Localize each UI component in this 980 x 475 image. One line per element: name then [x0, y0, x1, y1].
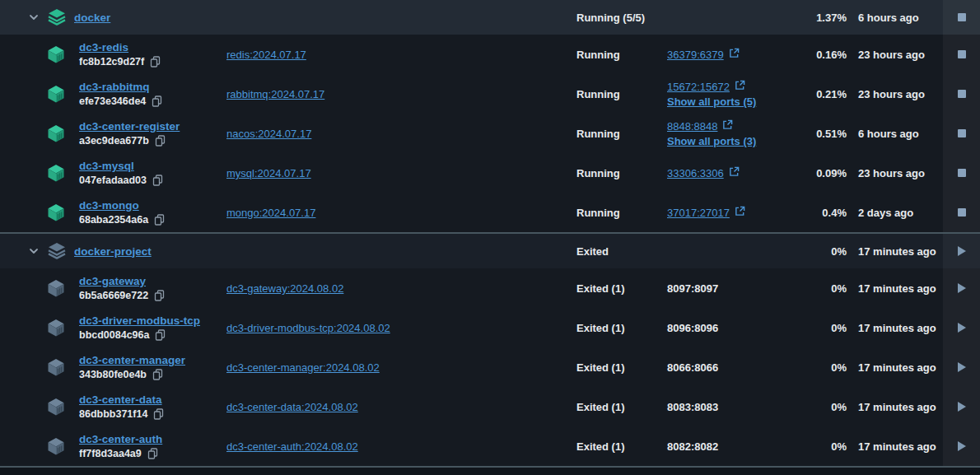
stop-icon — [958, 208, 966, 217]
group-name-link[interactable]: docker — [74, 12, 110, 24]
stop-icon — [958, 50, 966, 58]
container-action-button[interactable] — [943, 74, 980, 114]
image-link[interactable]: redis:2024.07.17 — [226, 49, 306, 61]
container-name-link[interactable]: dc3-center-register — [79, 120, 180, 133]
container-name-link[interactable]: dc3-center-auth — [79, 433, 162, 445]
copy-icon[interactable] — [147, 448, 158, 459]
container-row[interactable]: dc3-mongo 68aba2354a6a mongo:2024.07.17 … — [0, 193, 980, 232]
container-name-link[interactable]: dc3-gateway — [79, 275, 165, 287]
container-action-button[interactable] — [943, 35, 980, 74]
image-link[interactable]: nacos:2024.07.17 — [226, 128, 311, 140]
copy-icon[interactable] — [152, 175, 163, 186]
ports-cell: 8083:8083 8083:8083 — [667, 401, 791, 413]
container-row[interactable]: dc3-gateway 6b5a6669e722 dc3-gateway:202… — [0, 268, 980, 308]
image-link[interactable]: dc3-center-data:2024.08.02 — [226, 401, 358, 413]
group-status: Running (5/5) — [576, 12, 667, 24]
container-name-link[interactable]: dc3-redis — [79, 41, 161, 54]
container-cpu: 0% — [791, 361, 847, 374]
image-link[interactable]: rabbitmq:2024.07.17 — [226, 88, 324, 100]
container-name-link[interactable]: dc3-mongo — [79, 199, 165, 212]
container-status: Running — [576, 49, 667, 61]
container-name-link[interactable]: dc3-driver-modbus-tcp — [79, 314, 200, 327]
port-link[interactable]: 8848:8848 — [667, 120, 717, 133]
container-id: bbcd0084c96a — [79, 329, 149, 341]
port-link[interactable]: 15672:15672 — [667, 81, 730, 93]
container-status: Exited (1) — [576, 282, 667, 295]
group-name-link[interactable]: docker-project — [74, 245, 152, 258]
container-row[interactable]: dc3-driver-modbus-tcp bbcd0084c96a dc3-d… — [0, 308, 980, 347]
container-id: 343b80fe0e4b — [79, 369, 147, 380]
copy-icon[interactable] — [155, 329, 166, 341]
play-icon — [958, 246, 966, 256]
container-status: Exited (1) — [576, 440, 667, 453]
container-name-link[interactable]: dc3-rabbitmq — [79, 81, 162, 93]
chevron-down-icon[interactable] — [28, 12, 40, 23]
port-text: 8066:8066 — [667, 361, 718, 374]
show-all-ports-link[interactable]: Show all ports (5) — [667, 95, 791, 108]
port-link[interactable]: 37017:27017 — [667, 207, 730, 219]
port-link[interactable]: 36379:6379 — [667, 49, 724, 61]
container-status: Running — [576, 128, 667, 140]
external-link-icon — [735, 206, 745, 219]
port-link[interactable]: 33306:3306 — [667, 167, 724, 179]
image-link[interactable]: mysql:2024.07.17 — [226, 167, 311, 179]
group-action-button[interactable] — [943, 0, 980, 35]
container-name-link[interactable]: dc3-center-manager — [79, 354, 185, 366]
copy-icon[interactable] — [154, 214, 165, 226]
container-cpu: 0.16% — [791, 49, 847, 61]
container-name-link[interactable]: dc3-mysql — [79, 160, 163, 172]
copy-icon[interactable] — [154, 290, 165, 301]
container-id: 86dbbb371f14 — [79, 408, 147, 420]
image-link[interactable]: dc3-center-manager:2024.08.02 — [226, 361, 380, 374]
external-link-icon — [729, 48, 740, 61]
container-row[interactable]: dc3-mysql 047efadaad03 mysql:2024.07.17 … — [0, 153, 980, 193]
container-action-button[interactable] — [943, 193, 980, 232]
ports-cell: 8097:8097 8097:8097 — [667, 282, 791, 295]
copy-icon[interactable] — [152, 369, 163, 380]
container-cpu: 0% — [791, 440, 847, 453]
container-row[interactable]: dc3-redis fc8b12c9d27f redis:2024.07.17 … — [0, 35, 980, 74]
chevron-down-icon[interactable] — [28, 245, 40, 257]
stop-icon — [958, 129, 966, 137]
container-last-started: 2 days ago — [847, 207, 943, 219]
copy-icon[interactable] — [152, 95, 162, 107]
container-action-button[interactable] — [943, 308, 980, 347]
container-row[interactable]: dc3-center-auth ff7f8d3aa4a9 dc3-center-… — [0, 426, 980, 466]
container-action-button[interactable] — [943, 347, 980, 387]
container-row[interactable]: dc3-center-data 86dbbb371f14 dc3-center-… — [0, 387, 980, 426]
group-last-started: 6 hours ago — [847, 12, 943, 24]
compose-group-row[interactable]: docker Running (5/5) 1.37% 6 hours ago — [0, 0, 980, 35]
show-all-ports-link[interactable]: Show all ports (3) — [667, 135, 791, 147]
image-link[interactable]: dc3-center-auth:2024.08.02 — [226, 440, 358, 453]
container-action-button[interactable] — [943, 426, 980, 466]
port-text: 8083:8083 — [667, 401, 718, 413]
container-last-started: 17 minutes ago — [847, 401, 943, 413]
container-status: Running — [576, 207, 667, 219]
image-link[interactable]: dc3-driver-modbus-tcp:2024.08.02 — [226, 322, 390, 334]
container-action-button[interactable] — [943, 387, 980, 426]
compose-stack-icon — [47, 241, 67, 261]
compose-group-row[interactable]: docker-project Exited 0% 17 minutes ago — [0, 234, 980, 268]
container-cube-icon — [46, 203, 66, 222]
play-icon — [958, 402, 966, 412]
container-id: 6b5a6669e722 — [79, 290, 148, 301]
copy-icon[interactable] — [155, 135, 166, 147]
container-name-link[interactable]: dc3-center-data — [79, 394, 164, 406]
image-link[interactable]: dc3-gateway:2024.08.02 — [226, 282, 343, 295]
container-id: 68aba2354a6a — [79, 214, 148, 226]
containers-table: docker Running (5/5) 1.37% 6 hours ago d… — [0, 0, 980, 468]
copy-icon[interactable] — [153, 408, 164, 420]
container-action-button[interactable] — [943, 268, 980, 308]
port-text: 8096:8096 — [667, 322, 718, 334]
container-row[interactable]: dc3-center-register a3ec9dea677b nacos:2… — [0, 114, 980, 153]
container-cpu: 0.09% — [791, 167, 847, 179]
container-row[interactable]: dc3-rabbitmq efe73e346de4 rabbitmq:2024.… — [0, 74, 980, 114]
image-link[interactable]: mongo:2024.07.17 — [226, 207, 315, 219]
container-action-button[interactable] — [943, 153, 980, 193]
group-action-button[interactable] — [943, 234, 980, 268]
container-status: Exited (1) — [576, 322, 667, 334]
container-row[interactable]: dc3-center-manager 343b80fe0e4b dc3-cent… — [0, 347, 980, 387]
copy-icon[interactable] — [150, 56, 161, 68]
container-action-button[interactable] — [943, 114, 980, 153]
compose-stack-icon — [47, 7, 67, 27]
